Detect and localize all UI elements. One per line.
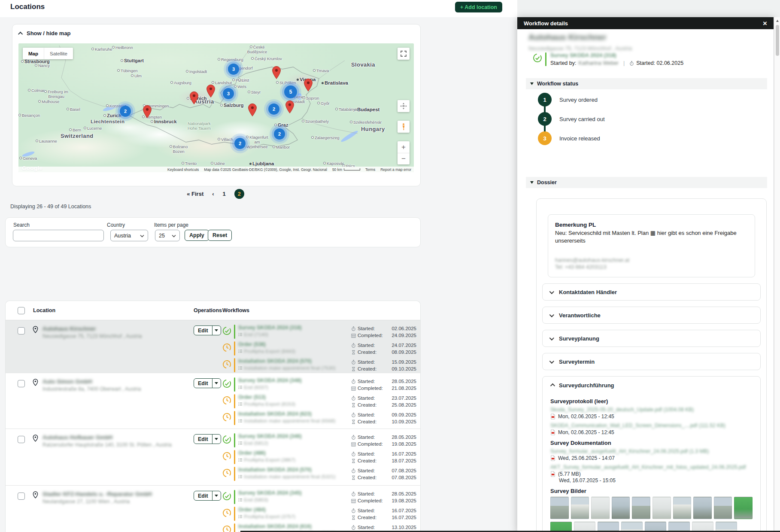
workflow-title-redacted[interactable]: Order (486) [238,450,295,456]
map-cluster-marker[interactable]: 2 [268,103,279,115]
accordion-verantwortliche[interactable]: Verantwortliche [542,307,761,324]
workflow-item[interactable]: Order (486) ProAlpha Export (3867) Start… [222,450,416,464]
survey-photo-thumbnail[interactable] [673,497,692,519]
close-icon[interactable]: × [763,20,767,27]
survey-photo-thumbnail[interactable] [591,497,610,519]
pegman-button[interactable] [398,121,410,133]
workflow-item[interactable]: Installation SKODA 2024 (570) Installati… [222,358,416,372]
row-checkbox[interactable] [18,436,25,443]
survey-photo-thumbnail[interactable] [612,497,630,519]
map-pin-marker[interactable] [247,103,258,117]
accordion-kontaktdaten[interactable]: Kontaktdaten Händler [542,283,761,301]
location-name-redacted[interactable]: Autohaus Kirschner [42,325,96,332]
scrollbar-thumb[interactable] [776,25,779,56]
edit-dropdown-toggle[interactable] [212,491,221,500]
row-checkbox[interactable] [18,327,25,334]
workflow-item[interactable]: Installation SKODA 2024 (623) Installati… [222,411,416,425]
pagination-first[interactable]: « First [187,191,203,197]
workflow-title-redacted[interactable]: Installation SKODA 2024 (623) [238,411,336,417]
workflow-title-redacted[interactable]: Installation SKODA 2024 (570) [238,467,336,473]
accordion-surveydurchfuehrung-header[interactable]: Surveydurchführung [543,377,760,394]
workflow-item[interactable]: Order (538) ProAlpha Export (8443) Start… [222,341,416,356]
location-name-redacted[interactable]: Autohaus Hofbauer GmbH [42,434,112,441]
map-pin-marker[interactable] [285,100,295,114]
map-cluster-marker[interactable]: 3 [228,64,239,75]
survey-photo-thumbnail[interactable] [714,497,732,519]
dossier-section-header[interactable]: Dossier [526,177,767,188]
zoom-in-button[interactable]: + [398,141,410,153]
table-row[interactable]: Stadler KFZ-Handels u. -Reparatur GmbH N… [6,486,420,532]
map-pin-marker[interactable] [303,78,313,92]
location-name-redacted[interactable]: Stadler KFZ-Handels u. -Reparatur GmbH [42,491,152,497]
edit-button[interactable]: Edit [194,491,221,501]
keyboard-shortcuts-link[interactable]: Keyboard shortcuts [167,167,199,172]
map[interactable]: Austria Slovakia Hungary Switzerland Lie… [18,43,414,172]
workflow-item[interactable]: Survey SKODA 2024 (348) End (6037) Start… [222,377,416,392]
pagination-page-2-current[interactable]: 2 [234,189,244,199]
workflow-title-redacted[interactable]: Survey SKODA 2024 (346) [238,433,302,439]
row-checkbox[interactable] [18,492,25,500]
edit-button[interactable]: Edit [194,378,221,388]
survey-photo-thumbnail[interactable] [734,497,753,519]
map-cluster-marker[interactable]: 2 [274,128,285,140]
workflow-item[interactable]: Survey SKODA 2024 (345) End (5803) Start… [222,490,416,504]
workflow-title-redacted[interactable]: Survey SKODA 2024 (348) [238,377,302,383]
file-link-redacted[interactable]: SKODA_Communication_Wall_LED_Screen_Dime… [550,423,725,429]
pagination-page-1[interactable]: 1 [223,191,226,197]
panel-scrollbar[interactable] [774,17,780,532]
workflow-title-redacted[interactable]: Order (538) [238,341,295,347]
map-cluster-marker[interactable]: 3 [223,88,234,99]
map-cluster-marker[interactable]: 5 [284,85,297,98]
accordion-surveyplanung[interactable]: Surveyplanung [542,330,761,347]
edit-button[interactable]: Edit [194,325,221,335]
show-hide-map-toggle[interactable]: Show / hide map [19,30,71,36]
workflow-item[interactable]: Order (513) ProAlpha Export (8153) Start… [222,394,416,408]
country-select[interactable]: Austria [110,230,148,241]
table-row[interactable]: Auto Simon GmbH Industriestraße 8a, 7400… [6,373,420,429]
accordion-surveytermin[interactable]: Surveytermin [542,353,761,370]
survey-photo-thumbnail[interactable] [693,497,712,519]
survey-photo-thumbnail[interactable] [550,497,569,519]
workflow-title-redacted[interactable]: Survey SKODA 2024 (345) [238,490,302,496]
workflow-status-section-header[interactable]: Workflow status [526,78,767,89]
fullscreen-button[interactable] [398,48,410,60]
map-cluster-marker[interactable]: 2 [120,106,131,117]
file-link-redacted[interactable]: Skoda_Survey_2025-05-20_deutsch_Update.p… [550,407,694,413]
items-per-page-select[interactable]: 25 [155,230,180,241]
edit-dropdown-toggle[interactable] [212,435,221,444]
map-cluster-marker[interactable]: 2 [234,138,246,149]
workflow-title-redacted[interactable]: Installation SKODA 2024 (616) [238,523,336,529]
workflow-item[interactable]: Installation SKODA 2024 (570) Installati… [222,467,416,481]
row-checkbox[interactable] [18,380,25,387]
map-pin-marker[interactable] [271,66,282,79]
table-row[interactable]: Autohaus Kirschner Neusiedlgasse 75, 712… [6,320,420,373]
table-row[interactable]: Autohaus Hofbauer GmbH Ratzersdorfer Hau… [6,429,420,486]
survey-photo-thumbnail[interactable] [653,497,671,519]
workflow-item[interactable]: Survey SKODA 2024 (346) End (5812) Start… [222,433,416,447]
survey-photo-thumbnail[interactable] [632,497,650,519]
select-all-checkbox[interactable] [18,307,25,314]
reset-button[interactable]: Reset [208,230,232,241]
map-pin-marker[interactable] [189,91,199,105]
workflow-title-redacted[interactable]: Installation SKODA 2024 (570) [238,358,336,364]
bemerkung-email-redacted[interactable]: hannes@autohaus-kirschner.at [555,257,629,263]
search-input[interactable] [13,230,104,241]
survey-photo-thumbnail[interactable] [571,497,589,519]
map-type-map-button[interactable]: Map [23,48,44,59]
workflow-item[interactable]: Order (484) ProAlpha Export (3757) Start… [222,507,416,521]
map-pin-marker[interactable] [206,84,216,98]
workflow-title-redacted[interactable]: Order (513) [238,394,295,400]
map-pin-marker[interactable] [142,105,152,119]
scrollbar-up-arrow-icon[interactable] [776,20,779,22]
location-name-redacted[interactable]: Auto Simon GmbH [42,378,92,385]
edit-button[interactable]: Edit [194,434,221,444]
map-type-satellite-button[interactable]: Satellite [44,48,73,59]
file-link-redacted[interactable]: AKT_Survey_formular_ausgefuellt_AH_Kirsc… [550,464,746,470]
edit-dropdown-toggle[interactable] [212,379,221,388]
report-map-error-link[interactable]: Report a map error [380,167,411,172]
terms-link[interactable]: Terms [365,167,375,172]
zoom-out-button[interactable]: − [398,153,410,164]
workflow-title-redacted[interactable]: Survey SKODA 2024 (318) [238,325,302,331]
pagination-prev[interactable]: ‹ [212,191,214,197]
pan-control-button[interactable] [398,100,410,112]
